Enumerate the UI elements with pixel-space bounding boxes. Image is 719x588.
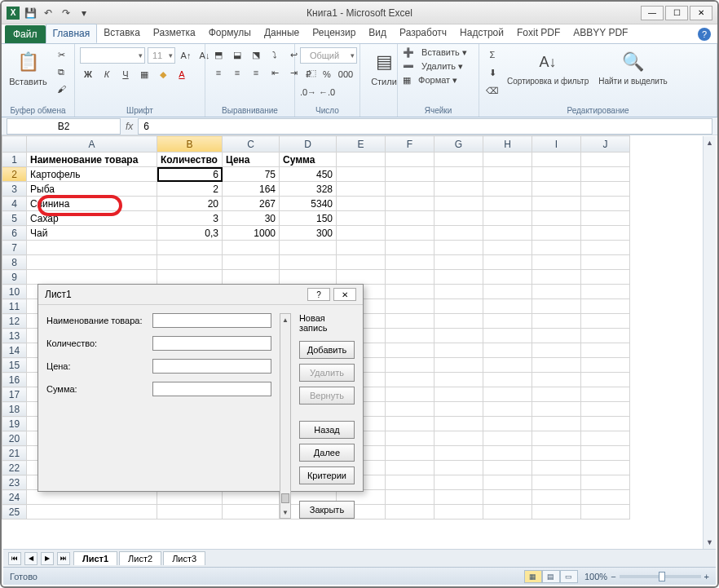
cell[interactable] (532, 461, 581, 475)
cell[interactable] (434, 505, 483, 519)
italic-icon[interactable]: К (99, 67, 115, 82)
row-header[interactable]: 15 (2, 358, 27, 373)
ribbon-tab-10[interactable]: ABBYY PDF (567, 24, 634, 43)
cell[interactable] (337, 241, 386, 255)
cell[interactable] (386, 255, 434, 270)
cell[interactable] (386, 402, 434, 417)
row-header[interactable]: 20 (2, 431, 27, 446)
border-icon[interactable]: ▦ (136, 67, 152, 82)
cell[interactable] (483, 373, 532, 387)
column-header[interactable]: C (223, 136, 280, 153)
cell[interactable]: Цена (223, 153, 280, 167)
cell[interactable]: 164 (223, 182, 280, 197)
cell[interactable] (386, 299, 434, 314)
cell[interactable] (434, 387, 483, 402)
cell[interactable] (386, 167, 434, 182)
form-scrollbar[interactable]: ▲ ▼ (280, 313, 291, 519)
cell[interactable] (434, 431, 483, 446)
format-cells-button[interactable]: ▦ Формат ▾ (403, 75, 457, 86)
cell[interactable] (483, 387, 532, 402)
row-header[interactable]: 10 (2, 285, 27, 299)
cell[interactable] (532, 197, 581, 211)
cell[interactable] (532, 358, 581, 373)
bold-icon[interactable]: Ж (80, 67, 96, 82)
cell[interactable] (386, 153, 434, 167)
zoom-in-button[interactable]: + (704, 572, 709, 581)
cell[interactable]: 1000 (223, 226, 280, 241)
ribbon-tab-7[interactable]: Разработч (393, 24, 453, 43)
cell[interactable] (532, 255, 581, 270)
cell[interactable]: 2 (157, 182, 223, 197)
cell[interactable]: Количество (157, 153, 223, 167)
cell[interactable] (386, 387, 434, 402)
cell[interactable] (581, 299, 630, 314)
cell[interactable] (386, 314, 434, 329)
ribbon-tab-6[interactable]: Вид (362, 24, 393, 43)
cell[interactable]: 0,3 (157, 226, 223, 241)
row-header[interactable]: 24 (2, 490, 27, 505)
zoom-slider[interactable] (620, 575, 701, 578)
cell[interactable] (483, 505, 532, 519)
cell[interactable] (434, 167, 483, 182)
cell[interactable] (483, 417, 532, 431)
cell[interactable] (434, 241, 483, 255)
fill-color-icon[interactable]: ◆ (155, 67, 171, 82)
row-header[interactable]: 2 (2, 167, 27, 182)
sheet-tab[interactable]: Лист3 (163, 551, 205, 565)
cell[interactable] (483, 402, 532, 417)
cell[interactable] (434, 358, 483, 373)
cell[interactable] (386, 285, 434, 299)
cell[interactable]: Картофель (27, 167, 157, 182)
cell[interactable] (386, 182, 434, 197)
cell[interactable] (27, 270, 157, 285)
close-button[interactable]: ✕ (690, 6, 712, 20)
ribbon-tab-1[interactable]: Вставка (97, 24, 147, 43)
cell[interactable] (280, 255, 337, 270)
cell[interactable] (532, 505, 581, 519)
column-header[interactable]: I (532, 136, 581, 153)
underline-icon[interactable]: Ч (117, 67, 134, 82)
increase-font-icon[interactable]: A↑ (178, 48, 194, 63)
cell[interactable] (386, 270, 434, 285)
sort-filter-button[interactable]: A↓Сортировка и фильтр (504, 47, 592, 87)
maximize-button[interactable]: ☐ (665, 6, 688, 20)
cell[interactable]: 5340 (280, 197, 337, 211)
row-header[interactable]: 21 (2, 446, 27, 461)
increase-decimal-icon[interactable]: .0→ (300, 85, 316, 99)
cell[interactable] (483, 211, 532, 226)
clear-icon[interactable]: ⌫ (484, 83, 501, 98)
minimize-button[interactable]: — (641, 6, 664, 20)
row-header[interactable]: 7 (2, 241, 27, 255)
row-header[interactable]: 3 (2, 182, 27, 197)
cell[interactable] (386, 490, 434, 505)
cell[interactable] (337, 255, 386, 270)
cell[interactable] (386, 373, 434, 387)
cell[interactable] (581, 358, 630, 373)
cell[interactable] (581, 241, 630, 255)
cell[interactable] (434, 343, 483, 358)
cell[interactable] (581, 417, 630, 431)
find-select-button[interactable]: 🔍Найти и выделить (595, 47, 670, 87)
cell[interactable] (337, 226, 386, 241)
cell[interactable] (581, 285, 630, 299)
cell[interactable]: 75 (223, 167, 280, 182)
ribbon-tab-0[interactable]: Главная (46, 24, 98, 43)
sheet-nav-last[interactable]: ⏭ (57, 552, 70, 565)
row-header[interactable]: 16 (2, 373, 27, 387)
cell[interactable] (581, 343, 630, 358)
cell[interactable]: Наименование товара (27, 153, 157, 167)
align-bottom-icon[interactable]: ⬔ (248, 47, 264, 62)
cell[interactable]: 30 (223, 211, 280, 226)
align-right-icon[interactable]: ≡ (248, 65, 264, 80)
cell[interactable] (532, 226, 581, 241)
cell[interactable] (483, 226, 532, 241)
form-button-закрыть[interactable]: Закрыть (299, 501, 355, 519)
cell[interactable] (386, 446, 434, 461)
cell[interactable]: Рыба (27, 182, 157, 197)
cell[interactable] (532, 153, 581, 167)
form-field-input-2[interactable] (152, 359, 271, 374)
cell[interactable] (581, 197, 630, 211)
row-header[interactable]: 17 (2, 387, 27, 402)
cell[interactable]: Сахар (27, 211, 157, 226)
cell[interactable] (483, 446, 532, 461)
